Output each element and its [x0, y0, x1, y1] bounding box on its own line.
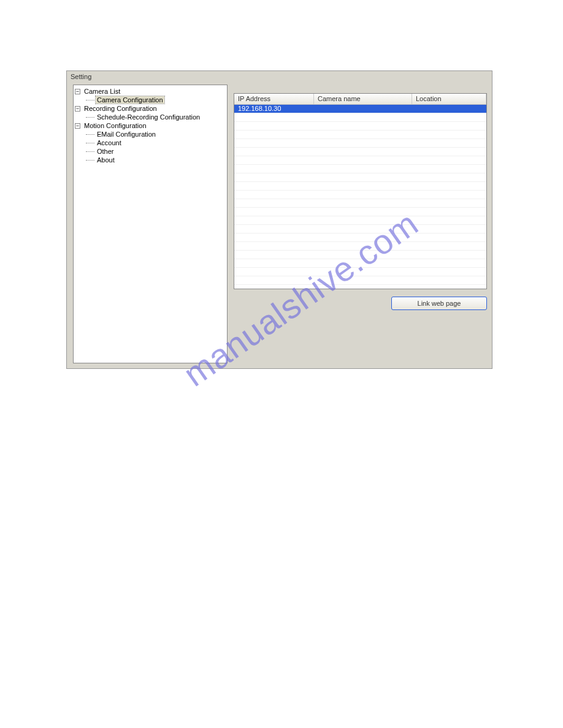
tree-label: Schedule-Recording Configuration [96, 113, 201, 121]
window-title: Setting [67, 71, 492, 82]
table-row[interactable] [234, 259, 486, 268]
table-row[interactable] [234, 225, 486, 233]
table-row[interactable] [234, 242, 486, 251]
table-row[interactable] [234, 113, 486, 122]
column-header-ip[interactable]: IP Address [234, 94, 314, 104]
cell-location [412, 105, 486, 113]
tree-label: About [96, 156, 116, 164]
table-row[interactable]: 192.168.10.30 [234, 105, 486, 113]
table-row[interactable] [234, 131, 486, 139]
collapse-icon[interactable]: − [75, 106, 80, 112]
table-row[interactable] [234, 191, 486, 199]
tree-connector [86, 143, 94, 143]
table-row[interactable] [234, 182, 486, 191]
collapse-icon[interactable]: − [75, 123, 80, 129]
table-row[interactable] [234, 173, 486, 182]
tree-item-camera-list[interactable]: − Camera List [75, 87, 226, 96]
table-row[interactable] [234, 122, 486, 131]
column-header-camera-name[interactable]: Camera name [314, 94, 412, 104]
tree-label: Account [96, 139, 123, 146]
tree-item-other[interactable]: Other [75, 147, 226, 156]
table-row[interactable] [234, 156, 486, 165]
tree-item-camera-configuration[interactable]: Camera Configuration [75, 96, 226, 104]
tree-item-recording-configuration[interactable]: − Recording Configuration [75, 104, 226, 113]
cell-name [314, 105, 412, 113]
tree-label: Other [96, 148, 115, 155]
tree-connector [86, 134, 94, 135]
tree-label: Camera Configuration [96, 96, 164, 104]
table-row[interactable] [234, 233, 486, 242]
tree-item-about[interactable]: About [75, 156, 226, 164]
tree-item-schedule-recording-configuration[interactable]: Schedule-Recording Configuration [75, 113, 226, 121]
tree-connector [86, 100, 94, 100]
tree-label: Motion Configuration [83, 122, 148, 129]
tree-connector [86, 160, 94, 161]
table-row[interactable] [234, 148, 486, 156]
cell-ip: 192.168.10.30 [234, 105, 314, 113]
table-row[interactable] [234, 208, 486, 216]
tree-label: Camera List [83, 88, 121, 95]
tree-item-email-configuration[interactable]: EMail Configuration [75, 130, 226, 138]
camera-table: IP Address Camera name Location 192.168.… [234, 93, 487, 289]
table-row[interactable] [234, 216, 486, 225]
collapse-icon[interactable]: − [75, 89, 80, 94]
table-body: 192.168.10.30 [234, 105, 486, 289]
tree-item-account[interactable]: Account [75, 138, 226, 147]
table-row[interactable] [234, 165, 486, 173]
tree-panel: − Camera List Camera Configuration − Rec… [73, 85, 228, 363]
table-row[interactable] [234, 268, 486, 276]
tree-connector [86, 117, 94, 118]
tree-connector [86, 151, 94, 152]
table-row[interactable] [234, 199, 486, 208]
table-row[interactable] [234, 276, 486, 285]
table-header: IP Address Camera name Location [234, 94, 486, 105]
table-row[interactable] [234, 251, 486, 259]
tree-label: Recording Configuration [83, 105, 158, 112]
tree-label: EMail Configuration [96, 131, 157, 138]
table-row[interactable] [234, 139, 486, 148]
tree-item-motion-configuration[interactable]: − Motion Configuration [75, 121, 226, 130]
setting-window: Setting − Camera List Camera Configurati… [66, 70, 492, 369]
column-header-location[interactable]: Location [412, 94, 486, 104]
link-web-page-button[interactable]: Link web page [391, 297, 487, 310]
